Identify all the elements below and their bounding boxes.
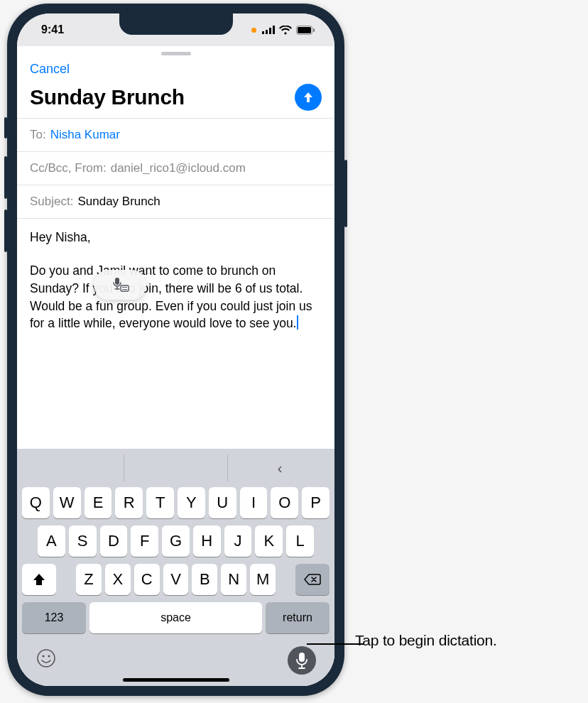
volume-down — [4, 209, 7, 252]
text-cursor — [297, 315, 298, 329]
to-label: To: — [30, 128, 46, 142]
key-w[interactable]: W — [53, 487, 81, 518]
svg-rect-3 — [273, 26, 275, 34]
key-x[interactable]: X — [105, 564, 131, 595]
key-d[interactable]: D — [100, 525, 128, 557]
prediction-bar: ‹ — [20, 454, 332, 481]
from-value: daniel_rico1@icloud.com — [111, 161, 246, 175]
key-row-3: ZXCVBNM — [22, 564, 330, 595]
dictation-indicator[interactable] — [94, 270, 146, 300]
svg-rect-6 — [313, 28, 315, 32]
body-greeting: Hey Nisha, — [30, 229, 322, 246]
key-m[interactable]: M — [250, 564, 276, 595]
arrow-up-icon — [301, 90, 315, 104]
volume-up — [4, 156, 7, 199]
numbers-key[interactable]: 123 — [22, 602, 86, 633]
key-l[interactable]: L — [286, 525, 314, 557]
cc-bcc-from-field[interactable]: Cc/Bcc, From: daniel_rico1@icloud.com — [17, 151, 334, 185]
key-row-2: ASDFGHJKL — [22, 525, 330, 557]
key-n[interactable]: N — [221, 564, 246, 595]
message-body[interactable]: Hey Nisha, Do you and Jamil want to come… — [17, 218, 334, 367]
key-f[interactable]: F — [131, 525, 158, 557]
key-c[interactable]: C — [134, 564, 160, 595]
home-indicator[interactable] — [123, 678, 229, 682]
to-value: Nisha Kumar — [50, 128, 120, 142]
key-z[interactable]: Z — [76, 564, 102, 595]
compose-sheet: Cancel Sunday Brunch To: Nisha Kumar Cc/… — [17, 52, 334, 686]
space-key[interactable]: space — [89, 602, 262, 633]
mic-keyboard-icon — [111, 277, 129, 293]
svg-rect-14 — [299, 653, 305, 662]
emoji-key[interactable] — [36, 648, 57, 674]
prediction-1[interactable] — [20, 454, 124, 481]
key-u[interactable]: U — [209, 487, 236, 518]
mute-switch — [4, 117, 7, 138]
svg-rect-5 — [298, 27, 311, 33]
key-i[interactable]: I — [240, 487, 268, 518]
shift-icon — [32, 573, 46, 586]
subject-field[interactable]: Subject: Sunday Brunch — [17, 185, 334, 218]
key-row-1: QWERTYUIOP — [22, 487, 330, 518]
power-button — [344, 160, 347, 227]
wifi-icon — [279, 26, 292, 35]
svg-point-12 — [42, 655, 44, 657]
callout: Tap to begin dictation. — [355, 632, 497, 649]
cc-label: Cc/Bcc, From: — [30, 161, 107, 175]
mic-indicator-dot — [251, 28, 256, 33]
key-o[interactable]: O — [271, 487, 298, 518]
cancel-button[interactable]: Cancel — [30, 62, 70, 77]
key-p[interactable]: P — [302, 487, 330, 518]
sheet-grabber[interactable] — [161, 52, 191, 55]
notch — [119, 13, 233, 35]
keyboard: ‹ QWERTYUIOP ASDFGHJKL ZXCVBNM 123 — [17, 449, 334, 686]
key-b[interactable]: B — [192, 564, 217, 595]
svg-rect-2 — [269, 28, 271, 34]
key-e[interactable]: E — [85, 487, 112, 518]
delete-icon — [304, 573, 321, 586]
key-g[interactable]: G — [162, 525, 190, 557]
prediction-collapse[interactable]: ‹ — [228, 454, 332, 481]
shift-key[interactable] — [22, 564, 56, 595]
compose-title: Sunday Brunch — [30, 85, 185, 109]
chevron-left-icon: ‹ — [278, 460, 283, 476]
key-row-4: 123 space return — [22, 602, 330, 633]
microphone-icon — [295, 652, 308, 669]
return-key[interactable]: return — [266, 602, 330, 633]
key-r[interactable]: R — [115, 487, 143, 518]
subject-value: Sunday Brunch — [77, 195, 160, 209]
svg-point-11 — [38, 650, 55, 667]
svg-rect-7 — [115, 278, 119, 285]
status-time: 9:41 — [41, 23, 64, 36]
key-a[interactable]: A — [38, 525, 65, 557]
key-s[interactable]: S — [69, 525, 97, 557]
battery-icon — [296, 26, 315, 35]
key-k[interactable]: K — [255, 525, 283, 557]
body-text: Do you and Jamil want to come to brunch … — [30, 263, 312, 331]
cellular-icon — [262, 26, 275, 34]
phone-frame: 9:41 Cancel Sunday Brunch To: Nisha — [7, 4, 344, 696]
key-v[interactable]: V — [163, 564, 189, 595]
key-j[interactable]: J — [224, 525, 252, 557]
delete-key[interactable] — [295, 564, 330, 595]
callout-text: Tap to begin dictation. — [355, 632, 497, 649]
svg-rect-8 — [121, 285, 129, 291]
svg-rect-0 — [262, 31, 264, 34]
prediction-2[interactable] — [124, 454, 229, 481]
key-t[interactable]: T — [146, 487, 174, 518]
svg-rect-1 — [266, 30, 268, 34]
emoji-icon — [36, 648, 57, 669]
svg-point-13 — [48, 655, 50, 657]
subject-label: Subject: — [30, 195, 73, 209]
key-y[interactable]: Y — [178, 487, 205, 518]
dictation-button[interactable] — [288, 646, 316, 675]
to-field[interactable]: To: Nisha Kumar — [17, 118, 334, 151]
send-button[interactable] — [295, 84, 322, 111]
key-h[interactable]: H — [193, 525, 221, 557]
key-q[interactable]: Q — [22, 487, 50, 518]
